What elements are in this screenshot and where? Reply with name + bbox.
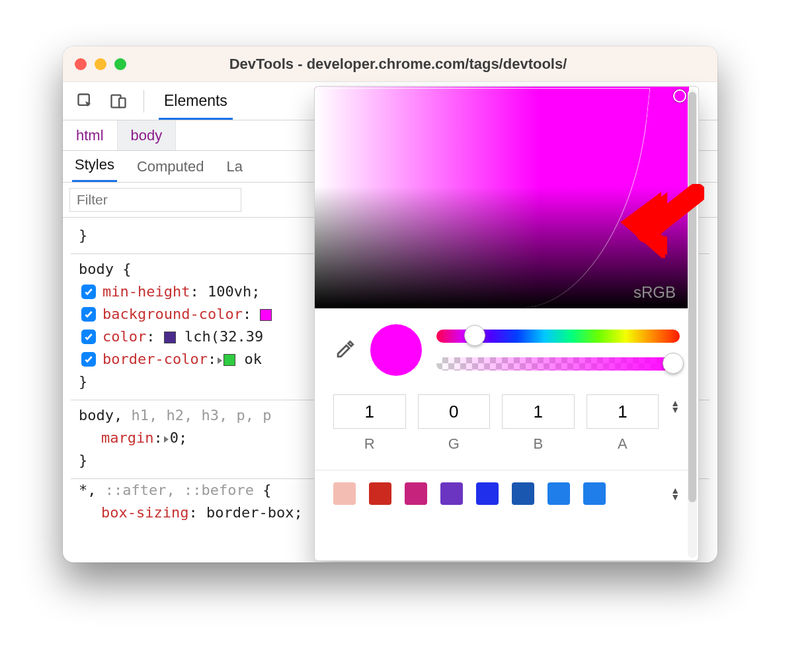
color-swatch-icon[interactable] — [223, 354, 235, 366]
property-name: min-height — [102, 283, 190, 300]
toolbar-divider — [143, 90, 144, 112]
palette-swatch[interactable] — [333, 482, 356, 505]
property-name: color — [102, 328, 146, 345]
scrollbar[interactable] — [688, 89, 697, 558]
color-palette: ▲▼ — [315, 470, 698, 517]
channel-r-input[interactable] — [333, 394, 406, 429]
spectrum-cursor[interactable] — [673, 89, 686, 103]
inspect-element-icon[interactable] — [75, 91, 96, 112]
channel-a-input[interactable] — [587, 394, 659, 429]
channel-label: R — [333, 435, 406, 453]
breadcrumb-html[interactable]: html — [63, 120, 118, 150]
gamut-label: sRGB — [633, 283, 676, 302]
channel-b-input[interactable] — [502, 394, 575, 429]
channel-label: G — [418, 435, 491, 453]
property-name: margin — [101, 429, 153, 446]
property-name: border-color — [102, 351, 208, 367]
alpha-slider[interactable] — [436, 357, 680, 371]
expand-icon[interactable] — [218, 357, 222, 364]
property-value: 100vh; — [208, 283, 260, 300]
property-name: box-sizing — [101, 504, 188, 521]
color-swatch-icon[interactable] — [260, 309, 272, 321]
property-value: 0; — [170, 429, 188, 446]
subtab-computed[interactable]: Computed — [134, 152, 207, 182]
property-value: border-box; — [206, 504, 303, 521]
checkbox-icon[interactable] — [81, 285, 96, 299]
traffic-lights — [75, 58, 126, 70]
window-title: DevTools - developer.chrome.com/tags/dev… — [126, 56, 706, 73]
gamut-boundary-line — [314, 88, 650, 308]
rgba-inputs: R G B A ▲▼ — [315, 382, 698, 458]
property-value: ok — [244, 351, 262, 367]
channel-g-input[interactable] — [418, 394, 491, 429]
slider-knob[interactable] — [663, 353, 684, 374]
styles-filter-input[interactable] — [69, 188, 241, 212]
devtools-window: DevTools - developer.chrome.com/tags/dev… — [63, 46, 717, 562]
svg-rect-2 — [119, 98, 125, 107]
close-window-button[interactable] — [75, 58, 87, 70]
palette-swatch[interactable] — [440, 482, 463, 505]
channel-label: A — [587, 435, 659, 453]
checkbox-icon[interactable] — [81, 330, 96, 344]
color-swatch-icon[interactable] — [164, 332, 176, 343]
palette-swatch[interactable] — [583, 482, 606, 505]
subtab-layout[interactable]: La — [223, 152, 245, 182]
palette-swatch[interactable] — [476, 482, 499, 505]
slider-knob[interactable] — [464, 325, 485, 346]
palette-switcher[interactable]: ▲▼ — [670, 487, 680, 500]
scrollbar-thumb[interactable] — [688, 92, 696, 502]
subtab-styles[interactable]: Styles — [72, 150, 117, 182]
zoom-window-button[interactable] — [114, 58, 126, 70]
current-color-preview — [370, 324, 422, 376]
property-name: background-color — [102, 306, 243, 322]
hue-slider[interactable] — [436, 330, 680, 343]
device-toggle-icon[interactable] — [108, 91, 129, 112]
tab-elements[interactable]: Elements — [159, 83, 233, 120]
format-switcher[interactable]: ▲▼ — [670, 394, 680, 413]
titlebar: DevTools - developer.chrome.com/tags/dev… — [63, 46, 717, 82]
palette-swatch[interactable] — [512, 482, 534, 505]
svg-marker-4 — [620, 187, 700, 253]
property-value: lch(32.39 — [184, 328, 263, 345]
expand-icon[interactable] — [164, 436, 169, 443]
checkbox-icon[interactable] — [81, 307, 96, 322]
picker-controls — [315, 308, 698, 382]
eyedropper-icon[interactable] — [333, 339, 356, 361]
channel-label: B — [502, 435, 575, 453]
color-picker-popover: sRGB R G B — [314, 86, 699, 561]
palette-swatch[interactable] — [369, 482, 391, 505]
breadcrumb-body[interactable]: body — [118, 120, 177, 150]
palette-swatch[interactable] — [548, 482, 570, 505]
minimize-window-button[interactable] — [95, 58, 106, 70]
palette-swatch[interactable] — [405, 482, 427, 505]
annotation-arrow-icon — [620, 179, 706, 258]
checkbox-icon[interactable] — [81, 352, 96, 367]
